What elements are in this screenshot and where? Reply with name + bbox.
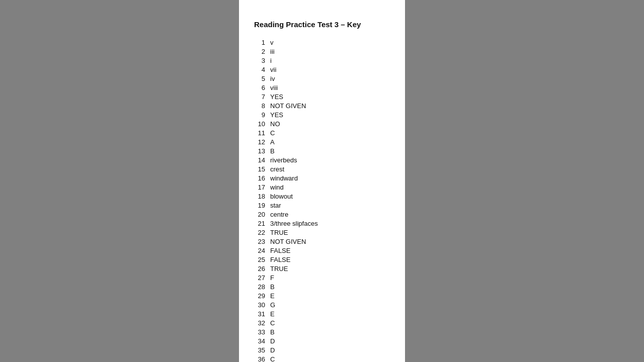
answer-value: NO <box>270 120 280 128</box>
answer-number: 14 <box>254 156 270 164</box>
answer-value: B <box>270 283 275 291</box>
answer-row: 24FALSE <box>254 247 390 254</box>
answer-row: 31E <box>254 310 390 318</box>
answer-value: E <box>270 292 275 300</box>
answer-row: 25FALSE <box>254 256 390 263</box>
answer-row: 14riverbeds <box>254 156 390 164</box>
answer-row: 30G <box>254 301 390 309</box>
answer-number: 7 <box>254 93 270 101</box>
answer-number: 21 <box>254 220 270 227</box>
answer-number: 3 <box>254 57 270 64</box>
answer-row: 3i <box>254 57 390 64</box>
answer-row: 36C <box>254 355 390 362</box>
answer-number: 1 <box>254 39 270 46</box>
answer-number: 24 <box>254 247 270 254</box>
answer-row: 15crest <box>254 165 390 173</box>
answer-value: viii <box>270 84 278 92</box>
answer-value: FALSE <box>270 256 290 263</box>
answer-row: 34D <box>254 337 390 345</box>
answer-row: 26TRUE <box>254 265 390 273</box>
answer-value: C <box>270 319 275 327</box>
answer-number: 5 <box>254 75 270 82</box>
answer-row: 1v <box>254 39 390 46</box>
answer-number: 8 <box>254 102 270 110</box>
answer-value: FALSE <box>270 247 290 254</box>
answer-value: TRUE <box>270 229 288 236</box>
answer-number: 23 <box>254 238 270 245</box>
answer-number: 10 <box>254 120 270 128</box>
answer-value: NOT GIVEN <box>270 102 306 110</box>
answer-value: YES <box>270 93 283 101</box>
answer-row: 6viii <box>254 84 390 92</box>
answer-number: 32 <box>254 319 270 327</box>
answer-number: 9 <box>254 111 270 119</box>
answer-value: E <box>270 310 275 318</box>
answer-value: D <box>270 346 275 354</box>
answer-row: 17wind <box>254 184 390 191</box>
answer-number: 12 <box>254 138 270 146</box>
answer-row: 35D <box>254 346 390 354</box>
page-container: Reading Practice Test 3 – Key 1v2iii3i4v… <box>239 0 405 362</box>
answer-value: TRUE <box>270 265 288 273</box>
answer-value: A <box>270 138 275 146</box>
answer-row: 28B <box>254 283 390 291</box>
answer-value: crest <box>270 165 284 173</box>
answer-number: 16 <box>254 174 270 182</box>
answer-value: B <box>270 328 275 336</box>
answer-value: star <box>270 202 281 209</box>
answer-value: riverbeds <box>270 156 297 164</box>
answer-value: B <box>270 147 275 155</box>
answer-value: D <box>270 337 275 345</box>
answer-row: 16windward <box>254 174 390 182</box>
answer-number: 33 <box>254 328 270 336</box>
page-title: Reading Practice Test 3 – Key <box>254 20 390 29</box>
answer-row: 11C <box>254 129 390 137</box>
answer-row: 32C <box>254 319 390 327</box>
answer-value: G <box>270 301 275 309</box>
answer-number: 20 <box>254 211 270 218</box>
answer-row: 213/three slipfaces <box>254 220 390 227</box>
answer-number: 34 <box>254 337 270 345</box>
answer-number: 18 <box>254 193 270 200</box>
answer-value: vii <box>270 66 276 73</box>
answer-row: 33B <box>254 328 390 336</box>
answer-number: 6 <box>254 84 270 92</box>
answer-row: 27F <box>254 274 390 282</box>
answer-number: 4 <box>254 66 270 73</box>
answer-number: 19 <box>254 202 270 209</box>
answer-number: 27 <box>254 274 270 282</box>
answer-value: i <box>270 57 272 64</box>
answer-row: 10NO <box>254 120 390 128</box>
answer-value: C <box>270 129 275 137</box>
answer-row: 29E <box>254 292 390 300</box>
answer-value: windward <box>270 174 298 182</box>
answer-row: 22TRUE <box>254 229 390 236</box>
answer-number: 2 <box>254 48 270 55</box>
answer-value: v <box>270 39 274 46</box>
answer-row: 18blowout <box>254 193 390 200</box>
answer-value: 3/three slipfaces <box>270 220 318 227</box>
answer-row: 2iii <box>254 48 390 55</box>
answer-number: 11 <box>254 129 270 137</box>
answer-number: 36 <box>254 355 270 362</box>
answer-row: 13B <box>254 147 390 155</box>
answer-value: NOT GIVEN <box>270 238 306 245</box>
answer-row: 5iv <box>254 75 390 82</box>
answer-row: 12A <box>254 138 390 146</box>
answer-row: 20centre <box>254 211 390 218</box>
answer-value: iii <box>270 48 275 55</box>
answer-value: centre <box>270 211 288 218</box>
answer-number: 17 <box>254 184 270 191</box>
answer-number: 31 <box>254 310 270 318</box>
answer-row: 23NOT GIVEN <box>254 238 390 245</box>
answer-row: 19star <box>254 202 390 209</box>
answer-number: 26 <box>254 265 270 273</box>
answer-number: 25 <box>254 256 270 263</box>
answer-number: 29 <box>254 292 270 300</box>
answer-number: 28 <box>254 283 270 291</box>
answer-value: C <box>270 355 275 362</box>
answer-value: YES <box>270 111 283 119</box>
answer-number: 13 <box>254 147 270 155</box>
answer-value: wind <box>270 184 284 191</box>
answer-row: 9YES <box>254 111 390 119</box>
